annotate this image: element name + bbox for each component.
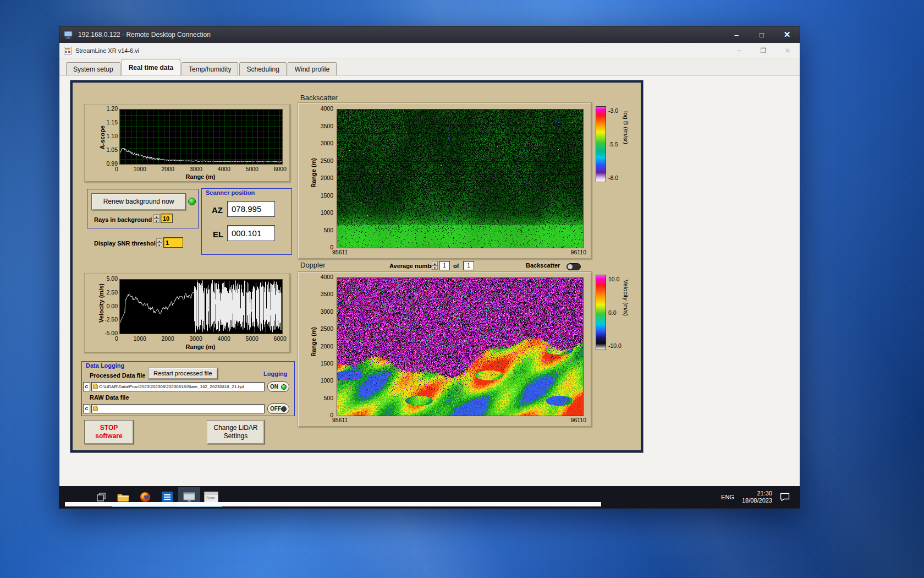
ascope-x-axis-label: Range (m) bbox=[119, 173, 282, 180]
velocity-plot bbox=[119, 279, 283, 334]
backscatter-plot-module: Range (m) 400035003000250020001500100050… bbox=[298, 102, 592, 259]
average-number-spinner[interactable]: ▲▼ bbox=[432, 261, 438, 270]
data-logging-title: Data Logging bbox=[86, 362, 124, 369]
taskbar-clock[interactable]: 21:30 18/08/2023 bbox=[742, 490, 772, 504]
rays-spinner[interactable]: ▲▼ bbox=[153, 214, 160, 223]
task-view-icon bbox=[96, 492, 107, 503]
tick-label: 2000 bbox=[162, 336, 174, 342]
labview-panel: A-scope 1.201.151.101.050.99 01000200030… bbox=[70, 80, 643, 452]
notification-icon[interactable] bbox=[780, 493, 790, 501]
tick-label: 6000 bbox=[274, 336, 287, 342]
backscatter-colorbar-label: log B (/m/sr) bbox=[623, 111, 629, 144]
raw-drive-selector[interactable]: C bbox=[83, 404, 90, 413]
app-restore-button[interactable]: ❐ bbox=[751, 43, 776, 58]
of-label: of bbox=[453, 263, 459, 269]
backscatter-colorbar-ticks: -3.0-5.5-8.0 bbox=[608, 107, 618, 181]
clock-date: 18/08/2023 bbox=[742, 497, 772, 504]
tick-label: 2000 bbox=[162, 166, 174, 172]
el-value-field[interactable]: 000.101 bbox=[227, 225, 275, 241]
rdp-window: 192.168.0.122 - Remote Desktop Connectio… bbox=[59, 26, 800, 509]
file-explorer-icon bbox=[117, 492, 129, 502]
tab-system-setup[interactable]: System setup bbox=[66, 62, 120, 75]
snr-value-field[interactable]: 1 bbox=[163, 237, 183, 248]
rdp-close-button[interactable]: ✕ bbox=[774, 26, 800, 43]
average-number-field[interactable]: 1 bbox=[439, 261, 450, 270]
tick-label: 1000 bbox=[321, 210, 333, 216]
doppler-heatmap bbox=[337, 277, 584, 416]
processed-drive-selector[interactable]: C bbox=[83, 382, 90, 391]
tick-label: 500 bbox=[323, 395, 333, 401]
tick-label: 4000 bbox=[218, 336, 230, 342]
browse-folder-icon bbox=[93, 385, 98, 389]
tick-label: 0.00 bbox=[107, 303, 118, 309]
tick-label: -3.0 bbox=[608, 107, 618, 114]
tab-bar: System setup Real time data Temp/humidit… bbox=[59, 58, 800, 76]
doppler-colorbar-label: Velocity (m/s) bbox=[623, 280, 629, 316]
processed-data-file-label: Processed Data file bbox=[90, 372, 146, 379]
scanner-position-group: Scanner position AZ 078.995 EL 000.101 bbox=[201, 188, 292, 255]
rays-value-field[interactable]: 10 bbox=[161, 214, 173, 223]
language-indicator[interactable]: ENG bbox=[721, 494, 734, 500]
tab-real-time-data[interactable]: Real time data bbox=[122, 59, 180, 75]
rays-in-background-label: Rays in background bbox=[94, 216, 152, 223]
processed-logging-toggle[interactable]: ON bbox=[267, 381, 289, 392]
stop-line2: software bbox=[95, 432, 122, 440]
off-label: OFF bbox=[270, 406, 281, 412]
doppler-y-axis-label: Range (m) bbox=[310, 327, 317, 357]
desktop: 192.168.0.122 - Remote Desktop Connectio… bbox=[0, 0, 924, 578]
tick-label: 3500 bbox=[321, 291, 333, 297]
tick-label: 1.20 bbox=[107, 106, 118, 112]
tab-wind-profile[interactable]: Wind profile bbox=[288, 62, 337, 75]
browse-folder-icon bbox=[93, 407, 98, 411]
ascope-x-ticks: 0100020003000400050006000 bbox=[115, 166, 287, 172]
rdp-window-controls: – □ ✕ bbox=[724, 26, 800, 43]
snr-threshold-label: Display SNR threshold bbox=[94, 240, 160, 247]
restart-processed-file-button[interactable]: Restart processed file bbox=[148, 368, 218, 379]
change-lidar-settings-button[interactable]: Change LiDAR Settings bbox=[207, 420, 265, 444]
tick-label: -10.0 bbox=[608, 342, 622, 349]
rdp-horizontal-scrollbar[interactable] bbox=[65, 502, 601, 506]
raw-logging-toggle[interactable]: OFF bbox=[267, 403, 289, 414]
average-count-field[interactable]: 1 bbox=[463, 261, 474, 270]
on-label: ON bbox=[270, 384, 278, 390]
renew-background-button[interactable]: Renew background now bbox=[91, 193, 186, 210]
scanner-position-title: Scanner position bbox=[206, 189, 255, 196]
raw-path-field[interactable] bbox=[91, 404, 265, 413]
processed-path-field[interactable]: C:\LiDAR\Data\Proc\2023\202308\20230818\… bbox=[91, 382, 265, 391]
el-label: EL bbox=[213, 230, 223, 239]
tick-label: 3000 bbox=[321, 309, 333, 315]
tick-label: 5000 bbox=[246, 336, 258, 342]
app-titlebar[interactable]: StreamLine XR v14-6.vi – ❐ ✕ bbox=[59, 43, 800, 58]
az-value-field[interactable]: 078.995 bbox=[227, 201, 275, 217]
app-minimize-button[interactable]: – bbox=[727, 43, 751, 58]
app-close-button[interactable]: ✕ bbox=[776, 43, 800, 58]
rdp-minimize-button[interactable]: – bbox=[724, 26, 749, 43]
tick-label: 3000 bbox=[190, 336, 202, 342]
tick-label: 1000 bbox=[321, 378, 333, 384]
tick-label: 5000 bbox=[246, 166, 258, 172]
doppler-x-ticks: 95611 96110 bbox=[332, 417, 586, 423]
rdp-maximize-button[interactable]: □ bbox=[749, 26, 774, 43]
snr-spinner[interactable]: ▲▼ bbox=[156, 238, 162, 247]
doppler-y-ticks: 40003500300025002000150010005000 bbox=[317, 274, 333, 418]
clock-time: 21:30 bbox=[757, 490, 772, 497]
tab-temp-humidity[interactable]: Temp/humidity bbox=[182, 62, 238, 75]
tick-label: -2.50 bbox=[105, 317, 118, 323]
rdp-app-icon bbox=[64, 31, 73, 39]
app-window-controls: – ❐ ✕ bbox=[727, 43, 800, 58]
raw-data-file-label: RAW Data file bbox=[90, 394, 129, 401]
data-logging-group: Data Logging Processed Data file Restart… bbox=[81, 361, 295, 416]
tick-label: 4000 bbox=[218, 166, 230, 172]
tick-label: 500 bbox=[323, 227, 333, 233]
stop-software-button[interactable]: STOP software bbox=[84, 420, 134, 444]
backscatter-toggle-switch[interactable] bbox=[566, 263, 581, 270]
backscatter-x-ticks: 95611 96110 bbox=[332, 249, 586, 255]
tick-label: 3000 bbox=[190, 166, 202, 172]
app-title: StreamLine XR v14-6.vi bbox=[75, 47, 139, 54]
rdp-titlebar[interactable]: 192.168.0.122 - Remote Desktop Connectio… bbox=[59, 26, 800, 43]
ascope-plot bbox=[119, 109, 283, 165]
processed-path-text: C:\LiDAR\Data\Proc\2023\202308\20230818\… bbox=[99, 384, 244, 389]
tick-label: 1.05 bbox=[107, 147, 118, 153]
tick-label: 2000 bbox=[321, 343, 333, 350]
tab-scheduling[interactable]: Scheduling bbox=[239, 62, 286, 75]
